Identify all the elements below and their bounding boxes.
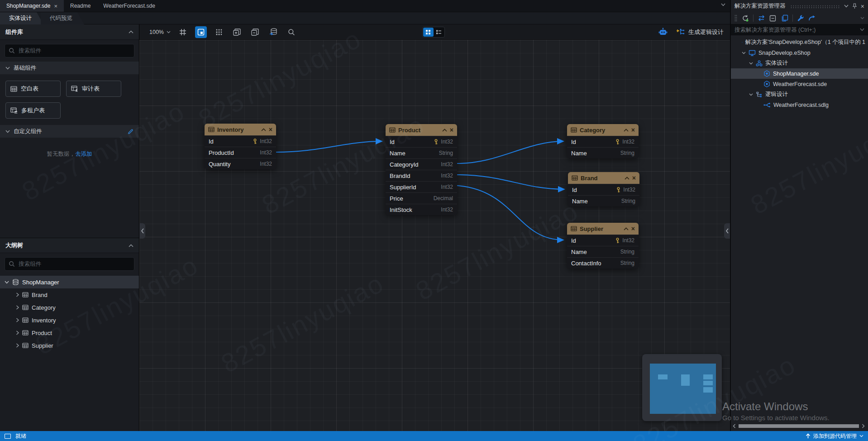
entity-table-product[interactable]: Product × Id Int32 Name String CategoryI…	[386, 124, 457, 215]
chevron-right-icon[interactable]	[16, 331, 19, 335]
library-search-input[interactable]	[5, 44, 134, 58]
minimap-toggle-button[interactable]	[195, 26, 207, 38]
close-icon[interactable]: ×	[54, 3, 57, 9]
collapse-all-button[interactable]	[769, 15, 777, 22]
collapse-icon[interactable]	[624, 129, 629, 132]
tab-shopmanager[interactable]: ShopManager.sde ×	[0, 0, 64, 12]
scrollbar-thumb[interactable]	[739, 424, 859, 428]
entity-table-category[interactable]: Category × Id Int32 Name String	[567, 124, 639, 158]
entity-table-brand[interactable]: Brand × Id Int32 Name String	[568, 172, 639, 206]
scroll-left-icon[interactable]	[733, 424, 736, 428]
chevron-down-icon[interactable]	[5, 281, 9, 284]
outline-item-category[interactable]: Category	[0, 301, 139, 314]
close-icon[interactable]: ×	[632, 175, 636, 181]
tree-item-entity-folder[interactable]: 实体设计	[731, 58, 868, 68]
outline-panel-header[interactable]: 大纲树	[0, 238, 139, 253]
chevron-down-icon[interactable]	[742, 52, 746, 54]
component-audit-table[interactable]: 审计表	[66, 81, 121, 97]
close-icon[interactable]: ×	[861, 3, 864, 10]
tree-item-project[interactable]: SnapDevelop.eShop	[731, 48, 868, 58]
pin-icon[interactable]	[852, 3, 857, 9]
solution-search-input[interactable]	[734, 27, 860, 33]
generate-logical-design-button[interactable]: 生成逻辑设计	[676, 28, 724, 36]
field-row[interactable]: ProductId Int32	[205, 147, 276, 158]
edit-pencil-icon[interactable]	[128, 129, 134, 134]
connection-product-brand[interactable]	[457, 175, 564, 189]
minimap[interactable]	[642, 354, 722, 421]
collapse-left-panel-handle[interactable]	[139, 223, 145, 239]
entity-table-inventory[interactable]: Inventory × Id Int32 ProductId Int32 Qua…	[205, 124, 276, 169]
close-icon[interactable]: ×	[269, 126, 272, 133]
connection-product-supplier[interactable]	[457, 186, 563, 240]
chevron-right-icon[interactable]	[16, 292, 19, 297]
chevron-up-icon[interactable]	[129, 30, 134, 34]
outline-root-shopmanager[interactable]: ShopManager	[0, 276, 139, 288]
solution-explorer-header[interactable]: 解决方案资源管理器 ×	[731, 0, 868, 12]
chevron-down-icon[interactable]	[844, 5, 849, 8]
card-view-toggle[interactable]	[423, 28, 434, 37]
connection-inventory-product[interactable]	[276, 141, 382, 152]
entity-header[interactable]: Brand ×	[568, 172, 639, 184]
field-row[interactable]: Name String	[568, 195, 639, 206]
grid-toggle-button[interactable]	[177, 26, 189, 38]
collapse-right-panel-handle[interactable]	[724, 223, 730, 239]
field-row[interactable]: Name String	[567, 246, 639, 257]
sync-with-active-document-button[interactable]	[741, 14, 749, 22]
chevron-right-icon[interactable]	[16, 305, 19, 310]
properties-button[interactable]	[797, 14, 804, 22]
outline-search-input[interactable]	[5, 257, 134, 271]
design-canvas[interactable]: Inventory × Id Int32 ProductId Int32 Qua…	[139, 40, 730, 431]
toolbar-overflow-chevron-icon[interactable]	[860, 17, 864, 19]
outline-item-supplier[interactable]: Supplier	[0, 339, 139, 352]
list-view-toggle[interactable]	[434, 28, 444, 37]
tree-item-weatherforecast-sdlg[interactable]: WeatherForecast.sdlg	[731, 100, 868, 110]
entity-header[interactable]: Category ×	[567, 124, 639, 136]
section-base-components[interactable]: 基础组件	[0, 62, 139, 74]
tab-weatherforecast[interactable]: WeatherForecast.sde	[97, 0, 162, 12]
tab-overflow-chevron-icon[interactable]	[721, 3, 725, 6]
tree-item-shopmanager-sde[interactable]: ShopManager.sde	[731, 68, 868, 79]
library-panel-header[interactable]: 组件库	[0, 24, 139, 40]
expand-all-button[interactable]	[231, 26, 243, 38]
chevron-down-icon[interactable]	[749, 62, 753, 65]
collapse-icon[interactable]	[624, 227, 629, 230]
scroll-right-icon[interactable]	[862, 424, 865, 428]
outline-item-inventory[interactable]: Inventory	[0, 314, 139, 326]
connection-product-category[interactable]	[457, 141, 563, 163]
horizontal-scrollbar[interactable]	[733, 423, 865, 429]
source-control-button[interactable]: 添加到源代码管理	[806, 432, 863, 440]
zoom-dropdown[interactable]: 100%	[149, 29, 171, 35]
entity-header[interactable]: Supplier ×	[567, 223, 639, 235]
component-blank-table[interactable]: 空白表	[5, 81, 61, 97]
entity-header[interactable]: Product ×	[386, 124, 457, 136]
tab-code-preview[interactable]: 代码预览	[41, 12, 84, 24]
switch-views-button[interactable]	[758, 15, 765, 21]
chevron-right-icon[interactable]	[16, 318, 19, 322]
field-row[interactable]: Id Int32	[205, 135, 276, 147]
close-icon[interactable]: ×	[631, 225, 635, 232]
add-component-link[interactable]: 去添加	[75, 151, 92, 157]
chevron-down-icon[interactable]	[749, 93, 753, 96]
collapse-icon[interactable]	[442, 129, 447, 132]
field-row[interactable]: Price Decimal	[386, 192, 457, 204]
field-row[interactable]: Id Int32	[568, 184, 639, 195]
entity-table-supplier[interactable]: Supplier × Id Int32 Name String ContactI…	[567, 223, 639, 268]
component-multitenant-table[interactable]: 多租户表	[5, 102, 61, 119]
close-icon[interactable]: ×	[450, 127, 453, 133]
minimap-viewport[interactable]	[650, 364, 716, 414]
preview-selected-items-button[interactable]	[808, 15, 816, 21]
layout-dots-button[interactable]	[213, 26, 225, 38]
collapse-all-button[interactable]	[249, 26, 261, 38]
tree-item-logic-folder[interactable]: 逻辑设计	[731, 89, 868, 100]
tab-readme[interactable]: Readme	[64, 0, 97, 12]
field-row[interactable]: InitStock Int32	[386, 204, 457, 215]
field-row[interactable]: Quantity Int32	[205, 158, 276, 169]
tree-item-solution[interactable]: 解决方案'SnapDevelop.eShop'（1 个项目中的 1	[731, 37, 868, 48]
chevron-up-icon[interactable]	[129, 244, 134, 247]
outline-item-brand[interactable]: Brand	[0, 288, 139, 301]
section-custom-components[interactable]: 自定义组件	[0, 125, 139, 138]
field-row[interactable]: Name String	[386, 147, 457, 158]
outline-item-product[interactable]: Product	[0, 326, 139, 339]
field-row[interactable]: ContactInfo String	[567, 257, 639, 268]
field-row[interactable]: Name String	[567, 147, 639, 158]
